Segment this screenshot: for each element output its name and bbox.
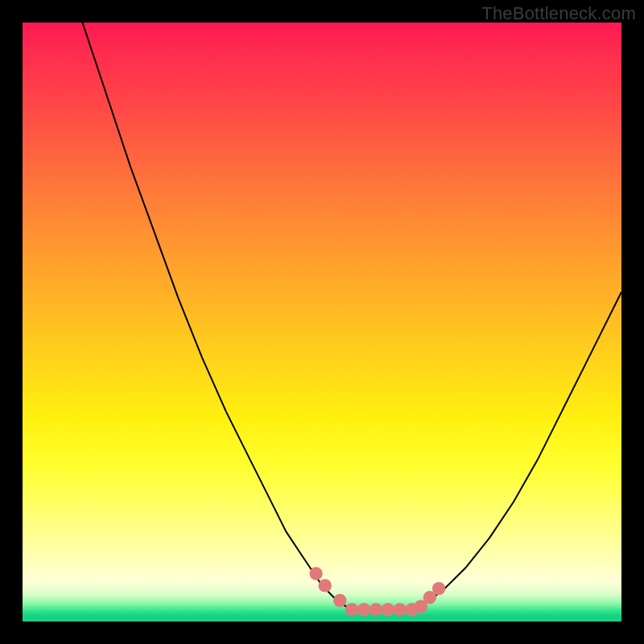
curve-marker	[432, 582, 445, 595]
plot-area	[23, 23, 621, 621]
watermark-text: TheBottleneck.com	[481, 3, 636, 24]
curve-marker	[394, 603, 407, 616]
curve-marker	[319, 579, 332, 592]
bottleneck-curve	[23, 23, 621, 621]
curve-marker	[357, 603, 370, 616]
curve-marker	[345, 603, 358, 616]
chart-frame: TheBottleneck.com	[0, 0, 644, 644]
curve-path	[82, 23, 621, 609]
curve-marker	[309, 567, 322, 580]
curve-marker	[333, 594, 346, 607]
marker-group	[309, 567, 445, 616]
curve-marker	[369, 603, 382, 616]
curve-marker	[382, 603, 394, 616]
